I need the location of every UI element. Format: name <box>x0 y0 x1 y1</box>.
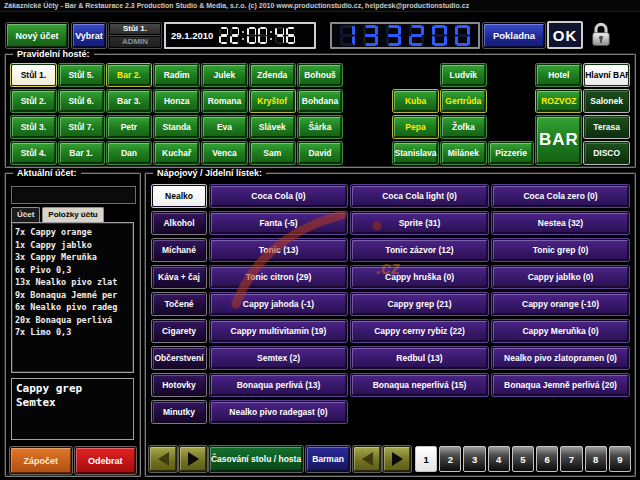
settle-button[interactable]: Zápočet <box>10 447 72 474</box>
account-items-list[interactable]: 7x Cappy orange1x Cappy jablko3x Cappy M… <box>11 222 134 373</box>
menu-item-bonaqua-neperliva-15[interactable]: Bonaqua neperlivá (15) <box>351 374 488 396</box>
page-button-9[interactable]: 9 <box>609 446 631 472</box>
guest-button-zdenda[interactable]: Zdenda <box>250 64 295 86</box>
guest-button-gertruda[interactable]: Gertrůda <box>441 90 486 112</box>
guest-button-hotel[interactable]: Hotel <box>536 64 581 86</box>
guest-button-zofka[interactable]: Žofka <box>441 116 486 138</box>
menu-item-nealko-pivo-radegast-0[interactable]: Nealko pivo radegast (0) <box>210 401 347 423</box>
menu-item-tonic-13[interactable]: Tonic (13) <box>210 239 347 261</box>
menu-item-cappy-orange-10[interactable]: Cappy orange (-10) <box>492 293 629 315</box>
account-name-input[interactable] <box>11 186 136 204</box>
guest-button-bohdana[interactable]: Bohdana <box>298 90 343 112</box>
menu-item-tonic-grep-0[interactable]: Tonic grep (0) <box>492 239 629 261</box>
menu-item-coca-cola-zero-0[interactable]: Coca Cola zero (0) <box>492 185 629 207</box>
category-hotovky[interactable]: Hotovky <box>152 374 206 396</box>
account-item[interactable]: 6x Nealko pivo radeg <box>15 301 133 314</box>
guest-button-hlavni-bar[interactable]: Hlavní BAR <box>584 64 629 86</box>
new-account-button[interactable]: Nový účet <box>6 23 68 48</box>
guest-button-eva[interactable]: Eva <box>202 116 247 138</box>
guest-button-honza[interactable]: Honza <box>154 90 199 112</box>
guest-button-radim[interactable]: Radim <box>154 64 199 86</box>
guest-button-bohous[interactable]: Bohouš <box>298 64 343 86</box>
category-obcerstveni[interactable]: Občerstvení <box>152 347 206 369</box>
guest-button-salonek[interactable]: Salonek <box>584 90 629 112</box>
category-michane[interactable]: Míchané <box>152 239 206 261</box>
tab-polozky-uctu[interactable]: Položky účtu <box>42 207 103 222</box>
guest-button-kuchar[interactable]: Kuchař <box>154 142 199 164</box>
padlock-icon[interactable] <box>588 20 614 49</box>
account-item[interactable]: 1x Cappy jablko <box>15 239 133 252</box>
account-item[interactable]: 13x Nealko pivo zlat <box>15 276 133 289</box>
category-next-button[interactable] <box>179 446 207 472</box>
table-timing-button[interactable]: Časování stolu / hosta <box>209 446 303 472</box>
account-item[interactable]: 20x Bonaqua perlivá <box>15 314 133 327</box>
guest-button-rozvoz[interactable]: ROZVOZ <box>536 90 581 112</box>
page-prev-button[interactable] <box>353 446 381 472</box>
menu-item-coca-cola-light-0[interactable]: Coca Cola light (0) <box>351 185 488 207</box>
category-prev-button[interactable] <box>149 446 177 472</box>
menu-item-coca-cola-0[interactable]: Coca Cola (0) <box>210 185 347 207</box>
guest-button-stul-2[interactable]: Stůl 2. <box>11 90 56 112</box>
menu-item-nestea-32[interactable]: Nestea (32) <box>492 212 629 234</box>
page-button-5[interactable]: 5 <box>512 446 534 472</box>
menu-item-tonic-citron-29[interactable]: Tonic citron (29) <box>210 266 347 288</box>
guest-button-sarka[interactable]: Šárka <box>298 116 343 138</box>
guest-button-bar-3[interactable]: Bar 3. <box>107 90 152 112</box>
menu-item-bonaqua-perliva-13[interactable]: Bonaqua perlivá (13) <box>210 374 347 396</box>
ok-button[interactable]: OK <box>547 21 583 49</box>
guest-button-bar[interactable]: BAR <box>536 116 581 164</box>
remove-button[interactable]: Odebrat <box>75 447 137 474</box>
menu-item-cappy-cerny-rybiz-22[interactable]: Cappy cerny rybiz (22) <box>351 320 488 342</box>
guest-button-stul-3[interactable]: Stůl 3. <box>11 116 56 138</box>
cash-register-button[interactable]: Pokladna <box>483 23 545 48</box>
guest-button-julek[interactable]: Julek <box>202 64 247 86</box>
guest-button-stul-6[interactable]: Stůl 6. <box>59 90 104 112</box>
menu-item-redbul-13[interactable]: Redbul (13) <box>351 347 488 369</box>
account-item[interactable]: 7x Cappy orange <box>15 226 133 239</box>
account-item[interactable]: 3x Cappy Meruňka <box>15 251 133 264</box>
guest-button-slavek[interactable]: Slávek <box>250 116 295 138</box>
menu-item-cappy-grep-21[interactable]: Cappy grep (21) <box>351 293 488 315</box>
account-item[interactable]: 7x Limo 0,3 <box>15 326 133 339</box>
select-button[interactable]: Vybrat <box>72 23 106 48</box>
guest-button-kuba[interactable]: Kuba <box>393 90 438 112</box>
menu-item-nealko-pivo-zlatopramen-0[interactable]: Nealko pivo zlatopramen (0) <box>492 347 629 369</box>
guest-button-bar-1[interactable]: Bar 1. <box>59 142 104 164</box>
guest-button-krystof[interactable]: Kryštof <box>250 90 295 112</box>
guest-button-ludvik[interactable]: Ludvik <box>441 64 486 86</box>
barman-button[interactable]: Barman <box>306 446 350 472</box>
page-next-button[interactable] <box>383 446 411 472</box>
guest-button-stul-4[interactable]: Stůl 4. <box>11 142 56 164</box>
menu-item-cappy-hruska-0[interactable]: Cappy hruška (0) <box>351 266 488 288</box>
category-alkohol[interactable]: Alkohol <box>152 212 206 234</box>
guest-button-milanek[interactable]: Milánek <box>441 142 486 164</box>
menu-item-cappy-jablko-0[interactable]: Cappy jablko (0) <box>492 266 629 288</box>
page-button-7[interactable]: 7 <box>560 446 582 472</box>
category-tocene[interactable]: Točené <box>152 293 206 315</box>
guest-button-david[interactable]: David <box>298 142 343 164</box>
guest-button-pizzerie[interactable]: Pizzerie <box>489 142 534 164</box>
guest-button-bar-2[interactable]: Bar 2. <box>107 64 152 86</box>
guest-button-venca[interactable]: Venca <box>202 142 247 164</box>
guest-button-stul-7[interactable]: Stůl 7. <box>59 116 104 138</box>
guest-button-stul-5[interactable]: Stůl 5. <box>59 64 104 86</box>
category-cigarety[interactable]: Cigarety <box>152 320 206 342</box>
guest-button-dan[interactable]: Dan <box>107 142 152 164</box>
menu-item-cappy-jahoda-1[interactable]: Cappy jahoda (-1) <box>210 293 347 315</box>
current-table-button[interactable]: Stůl 1. <box>109 23 161 35</box>
menu-item-cappy-merunka-0[interactable]: Cappy Meruňka (0) <box>492 320 629 342</box>
menu-item-cappy-multivitamin-19[interactable]: Cappy multivitamin (19) <box>210 320 347 342</box>
page-button-1[interactable]: 1 <box>415 446 437 472</box>
menu-item-semtex-2[interactable]: Semtex (2) <box>210 347 347 369</box>
page-button-8[interactable]: 8 <box>585 446 607 472</box>
page-button-4[interactable]: 4 <box>488 446 510 472</box>
menu-item-tonic-zazvor-12[interactable]: Tonic zázvor (12) <box>351 239 488 261</box>
category-minutky[interactable]: Minutky <box>152 401 206 423</box>
tab-ucet[interactable]: Účet <box>11 207 40 222</box>
page-button-6[interactable]: 6 <box>536 446 558 472</box>
guest-button-terasa[interactable]: Terasa <box>584 116 629 138</box>
guest-button-disco[interactable]: DISCO <box>584 142 629 164</box>
guest-button-romana[interactable]: Romana <box>202 90 247 112</box>
menu-item-sprite-31[interactable]: Sprite (31) <box>351 212 488 234</box>
page-button-3[interactable]: 3 <box>463 446 485 472</box>
